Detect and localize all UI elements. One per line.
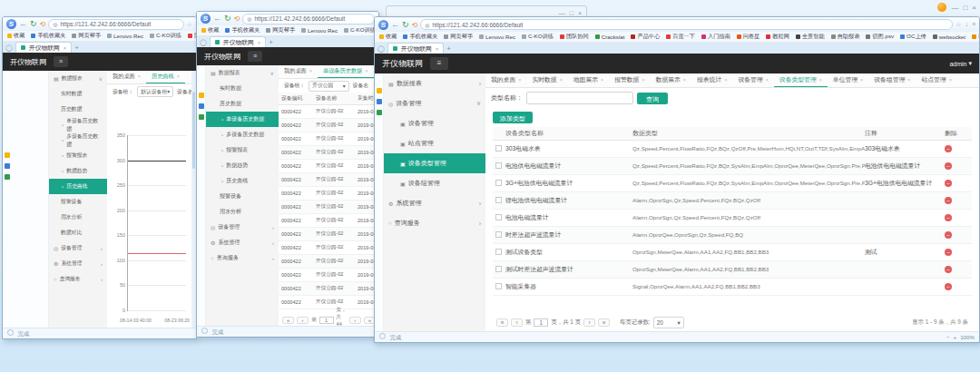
sidebar-item[interactable]: ▫ 单设备历史数据 (49, 117, 107, 132)
bookmark-item[interactable]: 全景智能 (796, 33, 825, 41)
tab-close-icon[interactable]: × (436, 46, 439, 52)
favorite-star-icon[interactable]: ☆ (187, 21, 192, 28)
table-row[interactable]: 0000422 开仪公园-02 2019-08 (279, 119, 374, 132)
page-number-input[interactable]: 1 (534, 318, 548, 327)
row-checkbox[interactable] (495, 283, 502, 289)
row-checkbox[interactable] (495, 180, 502, 186)
bookmark-item[interactable]: 收藏 (201, 26, 219, 34)
browser-tab[interactable]: 开仪物联网 × (210, 36, 267, 47)
sidebar-item[interactable]: 用水分析 (49, 210, 107, 225)
device-type-row[interactable]: 电池供电电磁流量计 Qz,Speed,Percent,FlowRatio,FQz… (493, 158, 972, 175)
bookmark-item[interactable]: 问卷星 (737, 33, 760, 41)
table-row[interactable]: 0000422 开仪公园-02 2019-08 (279, 146, 374, 160)
device-group-select[interactable]: 开仪公园 ▾ (309, 81, 348, 92)
close-button[interactable]: × (578, 10, 582, 16)
page-tab-close-icon[interactable]: × (309, 68, 312, 73)
row-checkbox[interactable] (495, 162, 502, 169)
browser-menu-icon[interactable]: ≡ (972, 21, 975, 28)
page-tab[interactable]: 报表统计 × (691, 73, 732, 88)
bookmark-item[interactable]: C-KO训练 (150, 32, 181, 40)
rail-tools-icon[interactable] (5, 174, 10, 180)
page-tab-close-icon[interactable]: × (177, 73, 180, 79)
minimize-button[interactable]: — (559, 10, 565, 16)
page-tab[interactable]: 地图展示 × (568, 73, 609, 88)
rail-apps-icon[interactable] (377, 99, 382, 104)
bookmark-item[interactable]: 自助报表 (831, 33, 860, 41)
back-button[interactable]: ← (391, 21, 399, 29)
table-row[interactable]: 0000422 开仪公园-02 2019-08 (279, 160, 374, 173)
refresh-button[interactable]: ↻ (224, 15, 231, 23)
bookmark-item[interactable]: C-KO训练 (522, 33, 554, 41)
page-tab-close-icon[interactable]: × (518, 77, 521, 83)
delete-icon[interactable]: ‒ (945, 197, 952, 204)
sidebar-item[interactable]: 数据对比 (49, 225, 107, 240)
device-group-select[interactable]: 默认设备组 ▾ (137, 86, 173, 97)
page-tab-close-icon[interactable]: × (766, 77, 769, 83)
sidebar-item[interactable]: ▤ 数据报表 ∨ (206, 65, 279, 81)
table-row[interactable]: 0000422 开仪公园-02 2019-08 (279, 105, 374, 119)
browser-tab[interactable]: 开仪物联网 × (15, 42, 73, 53)
minimize-button[interactable]: — (951, 4, 958, 12)
table-row[interactable]: 0000422 开仪公园-02 2019-08 (279, 201, 374, 214)
row-checkbox[interactable] (495, 249, 502, 255)
close-button[interactable]: × (972, 4, 976, 12)
bookmark-item[interactable]: 百度一下 (666, 33, 695, 41)
page-tab-close-icon[interactable]: × (683, 77, 686, 83)
bookmark-item[interactable]: 切图.psv (866, 33, 894, 41)
table-row[interactable]: 0000422 开仪公园-02 2019-08 (279, 269, 374, 282)
delete-icon[interactable]: ‒ (945, 145, 952, 152)
rail-favorites-icon[interactable] (5, 152, 10, 158)
sidebar-toggle-button[interactable]: ≡ (248, 51, 262, 62)
last-page-button[interactable]: » (364, 317, 374, 324)
page-tab[interactable]: 单位管理 × (828, 73, 868, 88)
rail-apps-icon[interactable] (199, 103, 204, 109)
bookmark-item[interactable]: 手机收藏夹 (225, 26, 260, 34)
prev-page-button[interactable]: ‹ (297, 317, 309, 324)
sidebar-item[interactable]: ▣ 设备类型管理 (384, 153, 485, 173)
page-tab[interactable]: 站点管理 × (916, 73, 956, 88)
page-tab[interactable]: 我的桌面 × (107, 71, 146, 84)
sidebar-item[interactable]: ◎ 设备管理 ∨ (384, 93, 485, 113)
add-type-button[interactable]: 添加类型 (493, 112, 533, 123)
bookmark-item[interactable]: 程序员工具 (972, 33, 979, 41)
page-tab-close-icon[interactable]: × (819, 77, 822, 83)
device-type-row[interactable]: 测试设备类型 OpnzSgn,MeterQee,Alarm,AA1,AA2,FQ… (493, 244, 972, 261)
table-row[interactable]: 0000422 开仪公园-02 2019-08 (279, 173, 374, 187)
bookmark-item[interactable]: websocket (933, 34, 965, 40)
row-checkbox[interactable] (495, 214, 502, 220)
sidebar-toggle-button[interactable]: ≡ (54, 56, 68, 67)
sidebar-toggle-button[interactable]: ≡ (430, 57, 448, 70)
page-tab[interactable]: 历史曲线 × (146, 71, 185, 84)
back-button[interactable]: ← (19, 20, 27, 28)
sidebar-item[interactable]: ▫ 多设备历史数据 (49, 132, 107, 148)
bookmark-item[interactable]: Crackslat (595, 34, 625, 40)
delete-icon[interactable]: ‒ (945, 249, 952, 256)
download-icon[interactable]: ↓ (965, 21, 968, 28)
sidebar-item[interactable]: ▫ 单设备历史数据 (206, 112, 279, 127)
device-type-row[interactable]: 测试时差法超声波流量计 OpnzSgn,MeterQee,Alarm,AA1,A… (493, 261, 972, 279)
sidebar-item[interactable]: ▫ 历史曲线 (49, 179, 107, 194)
first-page-button[interactable]: « (282, 317, 294, 324)
sidebar-item[interactable]: ▫ 数据趋势 (206, 158, 279, 173)
sidebar-item[interactable]: 用水分析 (206, 204, 279, 220)
sidebar-item[interactable]: ⚙ 系统管理 › (206, 235, 279, 250)
sidebar-item[interactable]: ▫ 报警报表 (206, 142, 279, 158)
sidebar-item[interactable]: ⚙ 系统管理 › (49, 256, 107, 271)
tab-list-icon[interactable]: ◯ (200, 39, 207, 46)
page-tab[interactable]: 数据展示 × (651, 73, 691, 88)
sidebar-item[interactable]: ○ 查询服务 › (384, 213, 485, 233)
user-avatar-icon[interactable] (937, 3, 946, 12)
new-tab-button[interactable]: + (74, 44, 79, 52)
restore-button[interactable]: ⟲ (234, 15, 240, 23)
device-type-row[interactable]: 智能采集器 Signal,OpnzQee,Alarm,AA1,AA2,FQ,BB… (493, 279, 972, 296)
delete-icon[interactable]: ‒ (945, 214, 952, 221)
bookmark-item[interactable]: 网页帮手 (72, 32, 101, 40)
bookmark-item[interactable]: OC上传 (900, 33, 926, 41)
sidebar-item[interactable]: ▣ 站点管理 (384, 133, 485, 153)
bookmark-item[interactable]: C-KO训练 (344, 26, 376, 34)
page-tab-close-icon[interactable]: × (949, 77, 952, 83)
tab-list-icon[interactable]: ◯ (5, 44, 13, 52)
restore-button[interactable]: ⟲ (412, 21, 418, 29)
sidebar-item[interactable]: ▫ 多设备历史数据 (206, 127, 279, 142)
sidebar-item[interactable]: ▤ 数据报表 ∨ (49, 71, 107, 86)
